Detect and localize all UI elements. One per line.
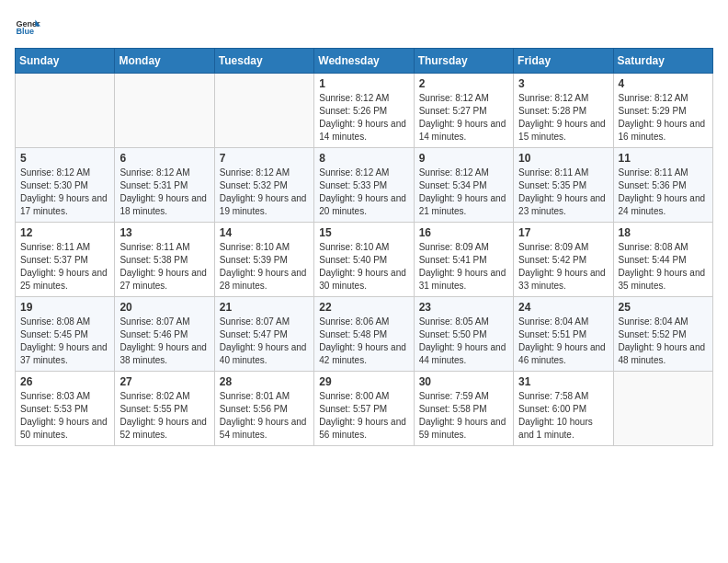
day-info: Sunrise: 8:08 AM Sunset: 5:44 PM Dayligh…	[619, 241, 708, 293]
calendar-cell	[115, 74, 214, 148]
weekday-header-row: SundayMondayTuesdayWednesdayThursdayFrid…	[16, 49, 713, 74]
calendar-cell: 12Sunrise: 8:11 AM Sunset: 5:37 PM Dayli…	[16, 223, 115, 297]
day-info: Sunrise: 8:10 AM Sunset: 5:39 PM Dayligh…	[220, 241, 309, 293]
day-number: 4	[619, 77, 708, 90]
calendar-cell: 20Sunrise: 8:07 AM Sunset: 5:46 PM Dayli…	[115, 297, 214, 372]
day-info: Sunrise: 8:12 AM Sunset: 5:33 PM Dayligh…	[319, 167, 408, 218]
calendar-week-3: 12Sunrise: 8:11 AM Sunset: 5:37 PM Dayli…	[16, 223, 713, 297]
day-info: Sunrise: 8:10 AM Sunset: 5:40 PM Dayligh…	[319, 241, 408, 293]
day-number: 15	[319, 226, 408, 239]
calendar-cell: 27Sunrise: 8:02 AM Sunset: 5:55 PM Dayli…	[115, 372, 214, 446]
calendar-cell: 30Sunrise: 7:59 AM Sunset: 5:58 PM Dayli…	[414, 372, 513, 446]
day-number: 5	[20, 152, 109, 165]
day-number: 3	[518, 77, 608, 90]
day-info: Sunrise: 8:12 AM Sunset: 5:30 PM Dayligh…	[20, 167, 109, 218]
weekday-header-friday: Friday	[514, 49, 613, 74]
calendar-cell: 22Sunrise: 8:06 AM Sunset: 5:48 PM Dayli…	[314, 297, 414, 372]
day-number: 16	[419, 226, 508, 239]
day-info: Sunrise: 8:00 AM Sunset: 5:57 PM Dayligh…	[319, 390, 408, 442]
day-number: 11	[619, 152, 708, 165]
day-number: 31	[518, 375, 608, 388]
logo-icon: General Blue	[15, 15, 40, 40]
day-info: Sunrise: 8:12 AM Sunset: 5:26 PM Dayligh…	[319, 92, 408, 144]
day-info: Sunrise: 8:12 AM Sunset: 5:28 PM Dayligh…	[518, 92, 608, 144]
day-number: 1	[319, 77, 408, 90]
day-info: Sunrise: 8:12 AM Sunset: 5:34 PM Dayligh…	[419, 167, 508, 218]
day-number: 27	[119, 375, 209, 388]
day-number: 6	[119, 152, 209, 165]
day-info: Sunrise: 8:12 AM Sunset: 5:29 PM Dayligh…	[619, 92, 708, 144]
day-info: Sunrise: 8:11 AM Sunset: 5:35 PM Dayligh…	[518, 167, 608, 218]
weekday-header-sunday: Sunday	[16, 49, 115, 74]
weekday-header-thursday: Thursday	[414, 49, 513, 74]
calendar-cell: 28Sunrise: 8:01 AM Sunset: 5:56 PM Dayli…	[214, 372, 313, 446]
calendar-cell: 31Sunrise: 7:58 AM Sunset: 6:00 PM Dayli…	[514, 372, 613, 446]
day-number: 14	[220, 226, 309, 239]
day-number: 12	[20, 226, 109, 239]
calendar-cell	[613, 372, 712, 446]
calendar-cell: 11Sunrise: 8:11 AM Sunset: 5:36 PM Dayli…	[613, 148, 712, 223]
calendar-cell: 1Sunrise: 8:12 AM Sunset: 5:26 PM Daylig…	[314, 74, 414, 148]
day-info: Sunrise: 8:12 AM Sunset: 5:31 PM Dayligh…	[119, 167, 209, 218]
calendar-cell: 7Sunrise: 8:12 AM Sunset: 5:32 PM Daylig…	[214, 148, 313, 223]
day-number: 9	[419, 152, 508, 165]
day-info: Sunrise: 8:03 AM Sunset: 5:53 PM Dayligh…	[20, 390, 109, 442]
calendar-cell: 2Sunrise: 8:12 AM Sunset: 5:27 PM Daylig…	[414, 74, 513, 148]
day-number: 8	[319, 152, 408, 165]
day-info: Sunrise: 8:07 AM Sunset: 5:46 PM Dayligh…	[119, 316, 209, 367]
day-info: Sunrise: 7:58 AM Sunset: 6:00 PM Dayligh…	[518, 390, 608, 442]
svg-text:Blue: Blue	[16, 27, 34, 36]
day-number: 29	[319, 375, 408, 388]
calendar-cell: 18Sunrise: 8:08 AM Sunset: 5:44 PM Dayli…	[613, 223, 712, 297]
day-number: 30	[419, 375, 508, 388]
day-number: 13	[119, 226, 209, 239]
calendar-cell: 4Sunrise: 8:12 AM Sunset: 5:29 PM Daylig…	[613, 74, 712, 148]
weekday-header-monday: Monday	[115, 49, 214, 74]
logo: General Blue	[15, 15, 40, 40]
day-info: Sunrise: 8:01 AM Sunset: 5:56 PM Dayligh…	[220, 390, 309, 442]
day-info: Sunrise: 8:09 AM Sunset: 5:42 PM Dayligh…	[518, 241, 608, 293]
calendar-week-5: 26Sunrise: 8:03 AM Sunset: 5:53 PM Dayli…	[16, 372, 713, 446]
calendar-cell: 17Sunrise: 8:09 AM Sunset: 5:42 PM Dayli…	[514, 223, 613, 297]
weekday-header-wednesday: Wednesday	[314, 49, 414, 74]
day-number: 21	[220, 301, 309, 314]
calendar-cell: 10Sunrise: 8:11 AM Sunset: 5:35 PM Dayli…	[514, 148, 613, 223]
calendar-cell: 15Sunrise: 8:10 AM Sunset: 5:40 PM Dayli…	[314, 223, 414, 297]
day-info: Sunrise: 8:04 AM Sunset: 5:52 PM Dayligh…	[619, 316, 708, 367]
day-number: 22	[319, 301, 408, 314]
calendar-cell: 9Sunrise: 8:12 AM Sunset: 5:34 PM Daylig…	[414, 148, 513, 223]
calendar-cell: 8Sunrise: 8:12 AM Sunset: 5:33 PM Daylig…	[314, 148, 414, 223]
day-number: 18	[619, 226, 708, 239]
day-info: Sunrise: 8:11 AM Sunset: 5:38 PM Dayligh…	[119, 241, 209, 293]
day-number: 25	[619, 301, 708, 314]
day-number: 28	[220, 375, 309, 388]
day-number: 23	[419, 301, 508, 314]
day-number: 2	[419, 77, 508, 90]
day-number: 24	[518, 301, 608, 314]
day-number: 10	[518, 152, 608, 165]
day-info: Sunrise: 8:11 AM Sunset: 5:36 PM Dayligh…	[619, 167, 708, 218]
day-info: Sunrise: 7:59 AM Sunset: 5:58 PM Dayligh…	[419, 390, 508, 442]
day-info: Sunrise: 8:08 AM Sunset: 5:45 PM Dayligh…	[20, 316, 109, 367]
day-info: Sunrise: 8:07 AM Sunset: 5:47 PM Dayligh…	[220, 316, 309, 367]
calendar-cell	[214, 74, 313, 148]
day-number: 19	[20, 301, 109, 314]
day-number: 26	[20, 375, 109, 388]
calendar-cell: 5Sunrise: 8:12 AM Sunset: 5:30 PM Daylig…	[16, 148, 115, 223]
day-info: Sunrise: 8:12 AM Sunset: 5:32 PM Dayligh…	[220, 167, 309, 218]
page-header: General Blue	[15, 15, 713, 40]
day-number: 20	[119, 301, 209, 314]
calendar-cell: 21Sunrise: 8:07 AM Sunset: 5:47 PM Dayli…	[214, 297, 313, 372]
calendar-week-4: 19Sunrise: 8:08 AM Sunset: 5:45 PM Dayli…	[16, 297, 713, 372]
calendar-week-1: 1Sunrise: 8:12 AM Sunset: 5:26 PM Daylig…	[16, 74, 713, 148]
weekday-header-saturday: Saturday	[613, 49, 712, 74]
day-info: Sunrise: 8:06 AM Sunset: 5:48 PM Dayligh…	[319, 316, 408, 367]
day-info: Sunrise: 8:11 AM Sunset: 5:37 PM Dayligh…	[20, 241, 109, 293]
calendar-cell: 13Sunrise: 8:11 AM Sunset: 5:38 PM Dayli…	[115, 223, 214, 297]
calendar-cell: 29Sunrise: 8:00 AM Sunset: 5:57 PM Dayli…	[314, 372, 414, 446]
day-info: Sunrise: 8:09 AM Sunset: 5:41 PM Dayligh…	[419, 241, 508, 293]
calendar-cell: 14Sunrise: 8:10 AM Sunset: 5:39 PM Dayli…	[214, 223, 313, 297]
calendar-cell: 3Sunrise: 8:12 AM Sunset: 5:28 PM Daylig…	[514, 74, 613, 148]
calendar-cell: 24Sunrise: 8:04 AM Sunset: 5:51 PM Dayli…	[514, 297, 613, 372]
calendar-table: SundayMondayTuesdayWednesdayThursdayFrid…	[15, 48, 713, 446]
